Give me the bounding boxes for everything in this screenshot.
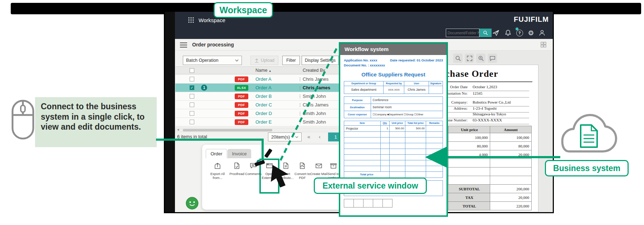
export-icon — [214, 162, 221, 170]
creator: Smith John — [303, 111, 326, 116]
cell — [429, 86, 443, 94]
insert-attribute-icon — [282, 162, 290, 170]
cell: 80,000 — [449, 142, 490, 150]
search-input[interactable] — [446, 29, 482, 37]
tab-order[interactable]: Order — [206, 149, 227, 158]
subtotal-label: SUBTOTAL — [449, 185, 490, 193]
business-system-tag: Business system — [545, 160, 629, 176]
department-table: Department or Group Requested by User Si… — [344, 81, 443, 94]
connector-line — [156, 139, 264, 141]
items-table: Item Qty. Unit price Total list price Re… — [344, 121, 443, 178]
row-checkbox[interactable] — [190, 77, 194, 81]
first-page-button[interactable]: « — [307, 134, 310, 140]
col-header: Signature — [429, 81, 443, 86]
cell: 500.00 — [389, 125, 405, 131]
total-label: TOTAL — [449, 202, 490, 210]
upload-button[interactable]: Upload — [250, 56, 278, 65]
notifications-icon[interactable] — [504, 29, 512, 37]
batch-operation-select[interactable]: Batch Operation — [183, 56, 242, 65]
view-grid-icon[interactable] — [541, 42, 546, 49]
document-link[interactable]: Order A — [255, 85, 272, 90]
form-title: Office Suppliers Request — [344, 71, 443, 78]
upload-label: Upload — [261, 58, 274, 63]
total-price-label: Total price — [344, 171, 390, 178]
workflow-window-titlebar[interactable]: Workflow system — [340, 44, 447, 55]
col-header: Total list price — [405, 121, 426, 125]
mail-icon — [315, 162, 323, 170]
filetype-badge: PDF — [235, 102, 248, 108]
row-checkbox[interactable] — [190, 111, 194, 116]
column-created-by[interactable]: Created By — [303, 68, 325, 73]
proofread-check-icon — [233, 162, 241, 170]
page-size-select[interactable]: 20item(s) — [268, 132, 302, 141]
creator: Smith John — [303, 94, 326, 99]
select-all-checkbox[interactable] — [190, 68, 194, 73]
row-checkbox[interactable] — [190, 102, 194, 107]
left-rail — [165, 12, 175, 212]
settings-icon[interactable]: ⚙ — [527, 29, 535, 37]
creator: Chris James — [303, 76, 328, 82]
display-settings-button[interactable]: Display Settings — [302, 56, 339, 65]
cell: 100,000 — [490, 133, 532, 142]
creator: Smith John — [303, 119, 326, 125]
send-icon[interactable] — [492, 29, 500, 37]
row-checkbox-checked[interactable]: ✓ — [190, 85, 194, 90]
document-link[interactable]: Order D — [255, 111, 272, 116]
search-button[interactable] — [479, 29, 492, 37]
row-menu-icon[interactable]: ⋮ — [298, 120, 302, 124]
search-icon[interactable] — [453, 54, 463, 63]
col-header: Unit price — [389, 121, 405, 125]
row-value: Conference — [371, 96, 443, 104]
col-header: Remarks — [426, 121, 443, 125]
row-value: ☐Company ■Department ☐Group ☐Other — [371, 111, 443, 118]
row-value: Seminar room — [371, 104, 443, 111]
fit-screen-icon[interactable] — [465, 54, 474, 63]
document-link[interactable]: Order E — [255, 119, 272, 125]
apps-grid-icon[interactable] — [188, 17, 194, 25]
filter-button[interactable]: Filter — [282, 56, 300, 65]
filetype-badge: PDF — [235, 111, 248, 116]
batch-operation-label: Batch Operation — [186, 58, 218, 63]
search-icon — [483, 30, 488, 35]
document-link[interactable]: Order B — [255, 94, 272, 99]
external-service-window-tag: External service window — [314, 178, 427, 194]
col-header: Qty. — [381, 121, 390, 125]
cell — [426, 125, 443, 131]
row-menu-icon[interactable]: ⋮ — [298, 102, 302, 107]
row-menu-icon[interactable]: ⋮ — [298, 111, 302, 116]
menu-icon[interactable] — [180, 42, 187, 49]
document-link[interactable]: Order C — [255, 102, 272, 108]
page-title: Order processing — [192, 42, 234, 48]
tab-invoice-label: Invoice — [232, 151, 247, 156]
comment-icon[interactable] — [488, 54, 497, 63]
stamp-box — [353, 199, 364, 208]
stamp-box — [373, 199, 383, 208]
prev-page-button[interactable]: ‹ — [319, 134, 321, 140]
profile-icon[interactable] — [538, 29, 546, 37]
action-export-all[interactable]: Export All from... — [208, 162, 227, 180]
row-checkbox[interactable] — [190, 94, 194, 99]
row-menu-icon[interactable]: ⋮ — [298, 94, 302, 99]
cell: 100,000 — [449, 133, 490, 142]
action-label: Export All from... — [208, 172, 227, 180]
open-external-highlight — [259, 159, 279, 194]
row-menu-icon[interactable]: ⋮ — [298, 77, 302, 81]
zoom-in-icon[interactable] — [476, 54, 486, 63]
cell: 80,000 — [490, 142, 532, 150]
document-link[interactable]: Order A — [255, 76, 272, 82]
filter-label: Filter — [286, 58, 296, 63]
row-checkbox[interactable] — [190, 120, 194, 124]
app-title: Workspace — [199, 17, 225, 23]
tab-invoice[interactable]: Invoice — [228, 149, 251, 158]
tax-value: 20,000 — [490, 193, 532, 202]
scroll-left-arrow[interactable]: ◄ — [176, 128, 180, 131]
selection-number-badge: 1 — [201, 85, 207, 91]
column-name[interactable]: Name ▲ — [255, 68, 272, 73]
help-icon[interactable]: ? — [515, 29, 524, 37]
col-header: Item — [344, 121, 381, 125]
assistant-icon[interactable] — [186, 197, 199, 210]
stamp-box — [382, 199, 392, 208]
row-menu-icon[interactable]: ⋮ — [298, 85, 302, 90]
row-label: Purpose — [344, 96, 371, 104]
scrollbar-thumb[interactable] — [183, 129, 272, 131]
